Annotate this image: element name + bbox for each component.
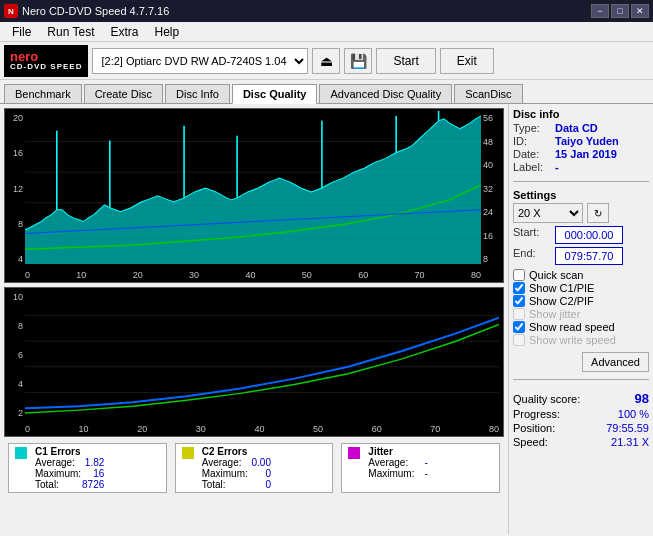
x-label-80: 80 — [471, 270, 481, 280]
position-label: Position: — [513, 422, 555, 434]
y-label-56: 56 — [481, 113, 503, 123]
legend-c1-data: C1 Errors Average: 1.82 Maximum: 16 Tota… — [35, 446, 104, 490]
quality-score-val: 98 — [635, 391, 649, 406]
tab-benchmark[interactable]: Benchmark — [4, 84, 82, 103]
lower-chart: 10 8 6 4 2 0 10 20 30 — [4, 287, 504, 437]
progress-val: 100 % — [618, 408, 649, 420]
show-write-speed-checkbox[interactable] — [513, 334, 525, 346]
jitter-average-label: Average: — [368, 457, 408, 468]
end-time-row: End: 079:57.70 — [513, 247, 649, 265]
show-write-speed-label: Show write speed — [529, 334, 616, 346]
start-time-row: Start: 000:00.00 — [513, 226, 649, 244]
y-axis-right-upper: 56 48 40 32 24 16 8 — [481, 113, 503, 264]
jitter-title: Jitter — [368, 446, 427, 457]
show-read-speed-checkbox[interactable] — [513, 321, 525, 333]
titlebar-title: Nero CD-DVD Speed 4.7.7.16 — [22, 5, 169, 17]
show-read-speed-row: Show read speed — [513, 321, 649, 333]
x-label-60: 60 — [358, 270, 368, 280]
x-label-40: 40 — [245, 270, 255, 280]
c1-maximum-row: Maximum: 16 — [35, 468, 104, 479]
drive-select[interactable]: [2:2] Optiarc DVD RW AD-7240S 1.04 — [92, 48, 308, 74]
toolbar: nero CD-DVD SPEED [2:2] Optiarc DVD RW A… — [0, 42, 653, 80]
y-axis-left-upper: 20 16 12 8 4 — [5, 113, 25, 264]
results-section: Quality score: 98 Progress: 100 % Positi… — [513, 387, 649, 448]
quality-score-row: Quality score: 98 — [513, 391, 649, 406]
show-c2pif-label: Show C2/PIF — [529, 295, 594, 307]
y-label-12: 12 — [5, 184, 25, 194]
tab-create-disc[interactable]: Create Disc — [84, 84, 163, 103]
speed-select[interactable]: Max1 X2 X4 X8 X10 X16 X20 X32 X40 X48 X5… — [513, 203, 583, 223]
show-jitter-checkbox[interactable] — [513, 308, 525, 320]
disc-date-row: Date: 15 Jan 2019 — [513, 148, 649, 160]
chart-area: 20 16 12 8 4 56 48 40 32 24 16 8 — [0, 104, 508, 534]
refresh-button[interactable]: ↻ — [587, 203, 609, 223]
c2-maximum-label: Maximum: — [202, 468, 248, 479]
upper-chart-svg — [25, 111, 481, 264]
y-label-32: 32 — [481, 184, 503, 194]
titlebar-controls[interactable]: − □ ✕ — [591, 4, 649, 18]
tab-disc-info[interactable]: Disc Info — [165, 84, 230, 103]
disc-type-row: Type: Data CD — [513, 122, 649, 134]
speed-result-val: 21.31 X — [611, 436, 649, 448]
show-c1pie-checkbox[interactable] — [513, 282, 525, 294]
close-button[interactable]: ✕ — [631, 4, 649, 18]
y-label-8r: 8 — [481, 254, 503, 264]
advanced-button[interactable]: Advanced — [582, 352, 649, 372]
show-c2pif-checkbox[interactable] — [513, 295, 525, 307]
jitter-color-swatch — [348, 447, 360, 459]
legend-jitter: Jitter Average: - Maximum: - — [341, 443, 500, 493]
lower-chart-svg — [25, 290, 499, 418]
show-c1pie-label: Show C1/PIE — [529, 282, 594, 294]
disc-label-label: Label: — [513, 161, 551, 173]
settings-title: Settings — [513, 189, 649, 201]
tab-scandisc[interactable]: ScanDisc — [454, 84, 522, 103]
maximize-button[interactable]: □ — [611, 4, 629, 18]
save-icon[interactable]: 💾 — [344, 48, 372, 74]
c1-total-val: 8726 — [82, 479, 104, 490]
progress-label: Progress: — [513, 408, 560, 420]
start-time-input[interactable]: 000:00.00 — [555, 226, 623, 244]
c2-maximum-row: Maximum: 0 — [202, 468, 271, 479]
x-label-20: 20 — [133, 270, 143, 280]
disc-id-row: ID: Taiyo Yuden — [513, 135, 649, 147]
end-time-input[interactable]: 079:57.70 — [555, 247, 623, 265]
minimize-button[interactable]: − — [591, 4, 609, 18]
c2-title: C2 Errors — [202, 446, 271, 457]
jitter-average-val: - — [424, 457, 427, 468]
show-c2pif-row: Show C2/PIF — [513, 295, 649, 307]
c2-total-val: 0 — [265, 479, 271, 490]
end-time-label: End: — [513, 247, 551, 265]
quick-scan-checkbox[interactable] — [513, 269, 525, 281]
nero-logo: nero CD-DVD SPEED — [4, 45, 88, 77]
settings-section: Settings Max1 X2 X4 X8 X10 X16 X20 X32 X… — [513, 189, 649, 372]
titlebar: N Nero CD-DVD Speed 4.7.7.16 − □ ✕ — [0, 0, 653, 22]
y-label-16: 16 — [5, 148, 25, 158]
speed-row: Max1 X2 X4 X8 X10 X16 X20 X32 X40 X48 X5… — [513, 203, 649, 223]
disc-type-val: Data CD — [555, 122, 598, 134]
menu-help[interactable]: Help — [147, 23, 188, 41]
main-content: 20 16 12 8 4 56 48 40 32 24 16 8 — [0, 104, 653, 534]
y-label-8: 8 — [5, 219, 25, 229]
menu-extra[interactable]: Extra — [102, 23, 146, 41]
divider-2 — [513, 379, 649, 380]
c1-average-label: Average: — [35, 457, 75, 468]
disc-label-row: Label: - — [513, 161, 649, 173]
y-label-40: 40 — [481, 160, 503, 170]
disc-info-section: Disc info Type: Data CD ID: Taiyo Yuden … — [513, 108, 649, 174]
y-label-16r: 16 — [481, 231, 503, 241]
jitter-average-row: Average: - — [368, 457, 427, 468]
eject-icon[interactable]: ⏏ — [312, 48, 340, 74]
x-axis-labels-lower: 0 10 20 30 40 50 60 70 80 — [25, 424, 499, 434]
c1-total-label: Total: — [35, 479, 59, 490]
tab-advanced-disc-quality[interactable]: Advanced Disc Quality — [319, 84, 452, 103]
menu-run-test[interactable]: Run Test — [39, 23, 102, 41]
legend-jitter-data: Jitter Average: - Maximum: - — [368, 446, 427, 479]
x-label-0: 0 — [25, 270, 30, 280]
exit-button[interactable]: Exit — [440, 48, 494, 74]
jitter-maximum-label: Maximum: — [368, 468, 414, 479]
menu-file[interactable]: File — [4, 23, 39, 41]
position-val: 79:55.59 — [606, 422, 649, 434]
advanced-btn-container: Advanced — [513, 350, 649, 372]
start-button[interactable]: Start — [376, 48, 435, 74]
tab-disc-quality[interactable]: Disc Quality — [232, 84, 318, 104]
